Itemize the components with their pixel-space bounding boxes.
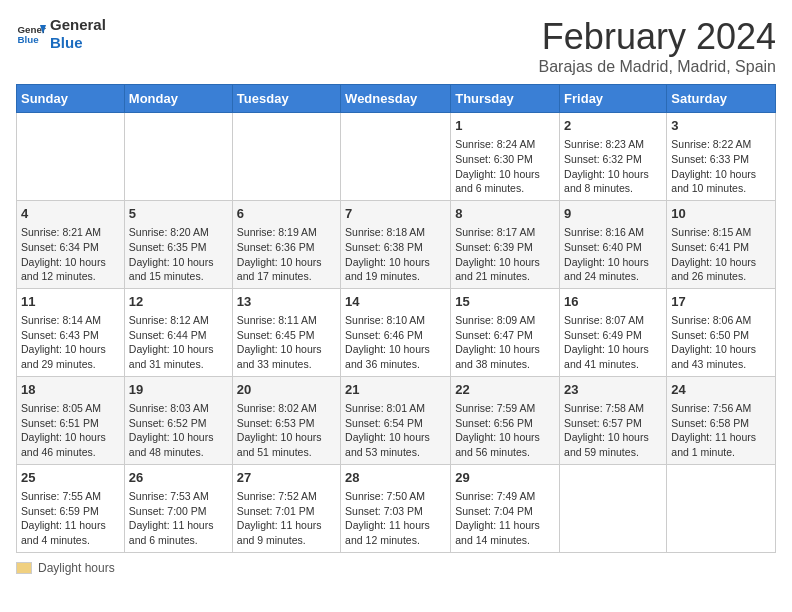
day-number: 23 [564,381,662,399]
calendar-cell: 5Sunrise: 8:20 AM Sunset: 6:35 PM Daylig… [124,200,232,288]
day-number: 8 [455,205,555,223]
day-number: 7 [345,205,446,223]
header-row: SundayMondayTuesdayWednesdayThursdayFrid… [17,85,776,113]
logo-icon: General Blue [16,19,46,49]
day-info: Sunrise: 8:14 AM Sunset: 6:43 PM Dayligh… [21,313,120,372]
svg-text:Blue: Blue [18,34,40,45]
logo: General Blue General Blue [16,16,106,52]
calendar-cell: 6Sunrise: 8:19 AM Sunset: 6:36 PM Daylig… [232,200,340,288]
day-number: 15 [455,293,555,311]
day-number: 14 [345,293,446,311]
calendar-cell [560,464,667,552]
day-info: Sunrise: 7:50 AM Sunset: 7:03 PM Dayligh… [345,489,446,548]
calendar-cell: 11Sunrise: 8:14 AM Sunset: 6:43 PM Dayli… [17,288,125,376]
calendar-cell: 24Sunrise: 7:56 AM Sunset: 6:58 PM Dayli… [667,376,776,464]
calendar-cell: 16Sunrise: 8:07 AM Sunset: 6:49 PM Dayli… [560,288,667,376]
day-number: 17 [671,293,771,311]
day-info: Sunrise: 8:19 AM Sunset: 6:36 PM Dayligh… [237,225,336,284]
day-number: 1 [455,117,555,135]
day-info: Sunrise: 8:05 AM Sunset: 6:51 PM Dayligh… [21,401,120,460]
day-info: Sunrise: 7:59 AM Sunset: 6:56 PM Dayligh… [455,401,555,460]
day-info: Sunrise: 8:20 AM Sunset: 6:35 PM Dayligh… [129,225,228,284]
calendar-body: 1Sunrise: 8:24 AM Sunset: 6:30 PM Daylig… [17,113,776,553]
calendar-table: SundayMondayTuesdayWednesdayThursdayFrid… [16,84,776,553]
calendar-cell: 2Sunrise: 8:23 AM Sunset: 6:32 PM Daylig… [560,113,667,201]
day-info: Sunrise: 8:01 AM Sunset: 6:54 PM Dayligh… [345,401,446,460]
legend-bar-icon [16,562,32,574]
day-info: Sunrise: 8:09 AM Sunset: 6:47 PM Dayligh… [455,313,555,372]
day-number: 25 [21,469,120,487]
day-info: Sunrise: 8:12 AM Sunset: 6:44 PM Dayligh… [129,313,228,372]
day-number: 12 [129,293,228,311]
calendar-cell: 4Sunrise: 8:21 AM Sunset: 6:34 PM Daylig… [17,200,125,288]
calendar-cell: 13Sunrise: 8:11 AM Sunset: 6:45 PM Dayli… [232,288,340,376]
day-number: 20 [237,381,336,399]
day-number: 18 [21,381,120,399]
header-day-wednesday: Wednesday [341,85,451,113]
calendar-cell: 22Sunrise: 7:59 AM Sunset: 6:56 PM Dayli… [451,376,560,464]
location-subtitle: Barajas de Madrid, Madrid, Spain [539,58,776,76]
day-info: Sunrise: 8:18 AM Sunset: 6:38 PM Dayligh… [345,225,446,284]
month-title: February 2024 [539,16,776,58]
calendar-cell: 3Sunrise: 8:22 AM Sunset: 6:33 PM Daylig… [667,113,776,201]
day-info: Sunrise: 7:49 AM Sunset: 7:04 PM Dayligh… [455,489,555,548]
calendar-cell: 27Sunrise: 7:52 AM Sunset: 7:01 PM Dayli… [232,464,340,552]
header-day-friday: Friday [560,85,667,113]
day-info: Sunrise: 8:21 AM Sunset: 6:34 PM Dayligh… [21,225,120,284]
calendar-row-3: 18Sunrise: 8:05 AM Sunset: 6:51 PM Dayli… [17,376,776,464]
day-number: 28 [345,469,446,487]
calendar-cell: 14Sunrise: 8:10 AM Sunset: 6:46 PM Dayli… [341,288,451,376]
day-info: Sunrise: 7:53 AM Sunset: 7:00 PM Dayligh… [129,489,228,548]
calendar-cell [341,113,451,201]
calendar-cell: 1Sunrise: 8:24 AM Sunset: 6:30 PM Daylig… [451,113,560,201]
day-info: Sunrise: 8:03 AM Sunset: 6:52 PM Dayligh… [129,401,228,460]
calendar-row-4: 25Sunrise: 7:55 AM Sunset: 6:59 PM Dayli… [17,464,776,552]
day-info: Sunrise: 8:17 AM Sunset: 6:39 PM Dayligh… [455,225,555,284]
calendar-row-2: 11Sunrise: 8:14 AM Sunset: 6:43 PM Dayli… [17,288,776,376]
calendar-cell: 9Sunrise: 8:16 AM Sunset: 6:40 PM Daylig… [560,200,667,288]
calendar-cell [17,113,125,201]
calendar-cell [124,113,232,201]
day-info: Sunrise: 7:56 AM Sunset: 6:58 PM Dayligh… [671,401,771,460]
calendar-cell: 19Sunrise: 8:03 AM Sunset: 6:52 PM Dayli… [124,376,232,464]
calendar-row-1: 4Sunrise: 8:21 AM Sunset: 6:34 PM Daylig… [17,200,776,288]
day-info: Sunrise: 8:16 AM Sunset: 6:40 PM Dayligh… [564,225,662,284]
calendar-cell: 12Sunrise: 8:12 AM Sunset: 6:44 PM Dayli… [124,288,232,376]
calendar-cell: 18Sunrise: 8:05 AM Sunset: 6:51 PM Dayli… [17,376,125,464]
day-info: Sunrise: 8:06 AM Sunset: 6:50 PM Dayligh… [671,313,771,372]
calendar-cell: 28Sunrise: 7:50 AM Sunset: 7:03 PM Dayli… [341,464,451,552]
header-day-sunday: Sunday [17,85,125,113]
calendar-cell [232,113,340,201]
day-number: 2 [564,117,662,135]
day-info: Sunrise: 8:22 AM Sunset: 6:33 PM Dayligh… [671,137,771,196]
day-number: 19 [129,381,228,399]
calendar-cell: 23Sunrise: 7:58 AM Sunset: 6:57 PM Dayli… [560,376,667,464]
day-info: Sunrise: 8:10 AM Sunset: 6:46 PM Dayligh… [345,313,446,372]
calendar-row-0: 1Sunrise: 8:24 AM Sunset: 6:30 PM Daylig… [17,113,776,201]
day-number: 16 [564,293,662,311]
day-info: Sunrise: 8:11 AM Sunset: 6:45 PM Dayligh… [237,313,336,372]
day-info: Sunrise: 8:07 AM Sunset: 6:49 PM Dayligh… [564,313,662,372]
day-number: 3 [671,117,771,135]
day-info: Sunrise: 8:23 AM Sunset: 6:32 PM Dayligh… [564,137,662,196]
day-number: 6 [237,205,336,223]
day-number: 21 [345,381,446,399]
calendar-header: SundayMondayTuesdayWednesdayThursdayFrid… [17,85,776,113]
logo-general-text: General [50,16,106,34]
calendar-cell: 8Sunrise: 8:17 AM Sunset: 6:39 PM Daylig… [451,200,560,288]
day-number: 5 [129,205,228,223]
page-header: General Blue General Blue February 2024 … [16,16,776,76]
day-info: Sunrise: 7:52 AM Sunset: 7:01 PM Dayligh… [237,489,336,548]
day-number: 24 [671,381,771,399]
day-number: 10 [671,205,771,223]
calendar-cell: 29Sunrise: 7:49 AM Sunset: 7:04 PM Dayli… [451,464,560,552]
day-number: 22 [455,381,555,399]
day-info: Sunrise: 8:02 AM Sunset: 6:53 PM Dayligh… [237,401,336,460]
header-day-monday: Monday [124,85,232,113]
day-number: 26 [129,469,228,487]
calendar-cell: 20Sunrise: 8:02 AM Sunset: 6:53 PM Dayli… [232,376,340,464]
header-day-saturday: Saturday [667,85,776,113]
day-number: 13 [237,293,336,311]
day-info: Sunrise: 8:15 AM Sunset: 6:41 PM Dayligh… [671,225,771,284]
legend-label: Daylight hours [38,561,115,575]
